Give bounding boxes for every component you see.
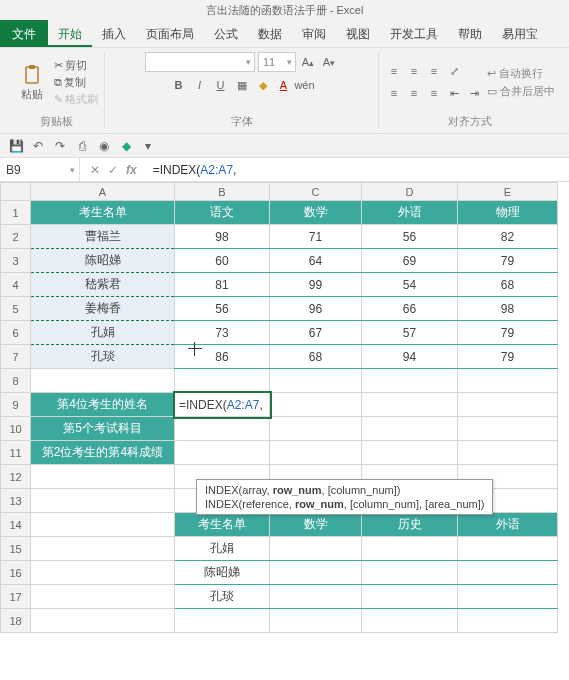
cell[interactable] [31, 537, 175, 561]
cell[interactable] [458, 393, 558, 417]
active-cell[interactable]: =INDEX(A2:A7, [175, 393, 270, 417]
redo-button[interactable]: ↷ [52, 138, 68, 154]
cell[interactable] [362, 537, 458, 561]
row-header[interactable]: 2 [1, 225, 31, 249]
cell[interactable] [31, 489, 175, 513]
align-bottom-button[interactable]: ≡ [425, 62, 443, 80]
cell[interactable]: 69 [362, 249, 458, 273]
cell[interactable] [270, 417, 362, 441]
cell[interactable] [362, 585, 458, 609]
col-header[interactable]: A [31, 183, 175, 201]
row-header[interactable]: 6 [1, 321, 31, 345]
cell[interactable]: 考生名单 [31, 201, 175, 225]
tab-layout[interactable]: 页面布局 [136, 20, 204, 47]
tab-help[interactable]: 帮助 [448, 20, 492, 47]
cell[interactable]: 81 [175, 273, 270, 297]
underline-button[interactable]: U [212, 76, 230, 94]
select-all-corner[interactable] [1, 183, 31, 201]
cell[interactable] [31, 585, 175, 609]
align-middle-button[interactable]: ≡ [405, 62, 423, 80]
cell[interactable] [458, 369, 558, 393]
indent-dec-button[interactable]: ⇤ [445, 84, 463, 102]
cell[interactable] [175, 369, 270, 393]
cell[interactable] [31, 513, 175, 537]
cell[interactable]: 考生名单 [175, 513, 270, 537]
cell[interactable]: 陈昭娣 [31, 249, 175, 273]
align-top-button[interactable]: ≡ [385, 62, 403, 80]
row-header[interactable]: 3 [1, 249, 31, 273]
shrink-font-button[interactable]: A▾ [320, 53, 338, 71]
indent-inc-button[interactable]: ⇥ [465, 84, 483, 102]
cell[interactable] [362, 609, 458, 633]
row-header[interactable]: 9 [1, 393, 31, 417]
cell[interactable]: 79 [458, 321, 558, 345]
cell[interactable]: 第2位考生的第4科成绩 [31, 441, 175, 465]
cell[interactable]: 56 [175, 297, 270, 321]
cell[interactable]: 66 [362, 297, 458, 321]
col-header[interactable]: E [458, 183, 558, 201]
cell[interactable] [458, 537, 558, 561]
row-header[interactable]: 12 [1, 465, 31, 489]
font-color-button[interactable]: A [275, 76, 293, 94]
cell[interactable] [270, 561, 362, 585]
row-header[interactable]: 4 [1, 273, 31, 297]
cell[interactable] [175, 417, 270, 441]
tab-yyb[interactable]: 易用宝 [492, 20, 548, 47]
row-header[interactable]: 5 [1, 297, 31, 321]
cell[interactable]: 64 [270, 249, 362, 273]
phonetic-button[interactable]: wén [296, 76, 314, 94]
cell[interactable]: 60 [175, 249, 270, 273]
row-header[interactable]: 11 [1, 441, 31, 465]
cell[interactable]: 86 [175, 345, 270, 369]
cell[interactable]: 98 [458, 297, 558, 321]
cell[interactable] [31, 465, 175, 489]
cell[interactable]: 数学 [270, 201, 362, 225]
cell[interactable]: 外语 [362, 201, 458, 225]
cell[interactable]: 67 [270, 321, 362, 345]
cell[interactable] [31, 369, 175, 393]
cell[interactable]: 73 [175, 321, 270, 345]
cell[interactable] [458, 417, 558, 441]
cell[interactable]: 94 [362, 345, 458, 369]
tab-view[interactable]: 视图 [336, 20, 380, 47]
cell[interactable]: 第5个考试科目 [31, 417, 175, 441]
cell[interactable] [270, 393, 362, 417]
cell[interactable]: 98 [175, 225, 270, 249]
tab-formulas[interactable]: 公式 [204, 20, 248, 47]
cell[interactable]: 嵇紫君 [31, 273, 175, 297]
cell[interactable] [362, 369, 458, 393]
wrap-text-button[interactable]: ↩自动换行 [487, 66, 555, 81]
orientation-button[interactable]: ⤢ [445, 62, 463, 80]
row-header[interactable]: 18 [1, 609, 31, 633]
cell[interactable] [458, 585, 558, 609]
cell[interactable] [458, 561, 558, 585]
cell[interactable] [270, 585, 362, 609]
grow-font-button[interactable]: A▴ [299, 53, 317, 71]
align-center-button[interactable]: ≡ [405, 84, 423, 102]
cell[interactable]: 物理 [458, 201, 558, 225]
cell[interactable]: 68 [458, 273, 558, 297]
col-header[interactable]: B [175, 183, 270, 201]
cell[interactable]: 56 [362, 225, 458, 249]
qat-customize-button[interactable]: ▾ [140, 138, 156, 154]
enter-icon[interactable]: ✓ [108, 163, 118, 177]
cell[interactable] [362, 393, 458, 417]
copy-button[interactable]: ⧉复制 [54, 75, 98, 90]
cell[interactable]: 96 [270, 297, 362, 321]
fill-color-button[interactable]: ◆ [254, 76, 272, 94]
cell[interactable] [362, 417, 458, 441]
cell[interactable] [175, 441, 270, 465]
row-header[interactable]: 8 [1, 369, 31, 393]
col-header[interactable]: C [270, 183, 362, 201]
align-right-button[interactable]: ≡ [425, 84, 443, 102]
align-left-button[interactable]: ≡ [385, 84, 403, 102]
cell[interactable]: 语文 [175, 201, 270, 225]
cell[interactable] [270, 609, 362, 633]
print-button[interactable]: ⎙ [74, 138, 90, 154]
merge-center-button[interactable]: ▭合并后居中 [487, 84, 555, 99]
italic-button[interactable]: I [191, 76, 209, 94]
cell[interactable]: 曹福兰 [31, 225, 175, 249]
save-button[interactable]: 💾 [8, 138, 24, 154]
col-header[interactable]: D [362, 183, 458, 201]
worksheet[interactable]: A B C D E 1 考生名单 语文 数学 外语 物理 2曹福兰9871568… [0, 182, 569, 633]
